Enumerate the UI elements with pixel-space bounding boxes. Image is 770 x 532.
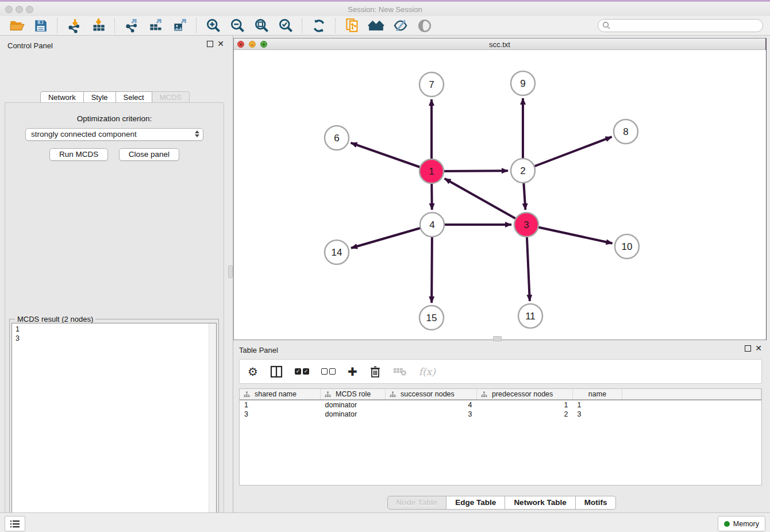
run-mcds-button[interactable]: Run MCDS xyxy=(49,148,108,161)
network-graph: 7968124314101511 xyxy=(234,50,766,340)
control-panel: Control Panel ✕ NetworkStyleSelectMCDS O… xyxy=(0,36,230,512)
svg-text:6: 6 xyxy=(334,133,339,144)
first-neighbors-icon xyxy=(368,18,385,33)
import-network-button[interactable] xyxy=(65,17,83,34)
graph-node-1[interactable]: 1 xyxy=(419,159,444,183)
clone-network-button[interactable] xyxy=(343,17,361,34)
svg-text:7: 7 xyxy=(429,79,434,90)
graph-node-4[interactable]: 4 xyxy=(420,213,444,237)
tab-motifs[interactable]: Motifs xyxy=(576,496,617,510)
tab-edge-table[interactable]: Edge Table xyxy=(446,496,505,510)
graph-edge-1-6[interactable] xyxy=(351,143,432,171)
import-network-icon xyxy=(67,18,82,33)
graphics-details-button[interactable] xyxy=(391,17,410,34)
split-columns-button[interactable] xyxy=(270,364,283,379)
delete-column-button[interactable] xyxy=(369,364,381,379)
add-column-button[interactable]: ✚ xyxy=(348,364,357,379)
zoom-in-button[interactable] xyxy=(204,17,222,34)
unchecked-box-icon xyxy=(329,368,336,375)
graph-node-7[interactable]: 7 xyxy=(419,72,444,97)
unchecked-box-icon xyxy=(321,368,328,375)
svg-text:1: 1 xyxy=(429,166,434,177)
graph-node-11[interactable]: 11 xyxy=(518,304,542,328)
graph-node-3[interactable]: 3 xyxy=(514,213,538,237)
table-panel-float-button[interactable] xyxy=(745,345,751,352)
table-tabs: Node TableEdge TableNetwork TableMotifs xyxy=(233,496,770,510)
optimization-criterion-label: Optimization criterion: xyxy=(5,114,224,123)
memory-button[interactable]: Memory xyxy=(718,516,765,531)
splitter-grip[interactable] xyxy=(228,265,233,278)
search-box[interactable] xyxy=(598,19,763,32)
main-toolbar xyxy=(0,16,770,36)
network-canvas[interactable]: 7968124314101511 xyxy=(234,50,766,340)
table-panel-close-button[interactable]: ✕ xyxy=(755,345,762,352)
export-image-button[interactable] xyxy=(171,17,189,34)
search-input[interactable] xyxy=(614,20,763,32)
result-scrollbar[interactable] xyxy=(209,323,216,531)
toolbar-separator xyxy=(302,18,303,33)
graph-node-8[interactable]: 8 xyxy=(614,119,638,144)
close-panel-button[interactable]: Close panel xyxy=(119,148,179,161)
graph-edge-3-1[interactable] xyxy=(445,179,526,225)
apply-layout-button[interactable] xyxy=(310,17,328,34)
birds-eye-icon xyxy=(417,18,432,33)
task-history-button[interactable] xyxy=(5,516,25,531)
table-header-row: shared name MCDS role successor nodes pr… xyxy=(240,389,761,400)
delete-table-button[interactable] xyxy=(393,364,407,379)
column-header-name[interactable]: name xyxy=(573,389,622,400)
network-view-window: ✕ – + scc.txt 7968124314101511 xyxy=(233,38,767,340)
toolbar-separator xyxy=(57,18,58,33)
first-neighbors-button[interactable] xyxy=(367,17,386,34)
list-icon xyxy=(10,519,20,529)
control-panel-float-button[interactable] xyxy=(207,41,213,47)
table-row[interactable]: 1dominator411 xyxy=(240,400,761,410)
vertical-splitter[interactable] xyxy=(228,36,233,512)
status-bar: Memory xyxy=(0,512,770,532)
column-header-filler xyxy=(622,389,761,400)
birds-eye-view-button[interactable] xyxy=(415,17,434,34)
table-row[interactable]: 3dominator323 xyxy=(240,410,761,419)
save-icon xyxy=(33,18,48,33)
function-builder-button[interactable]: f(x) xyxy=(419,364,436,379)
graph-edge-3-10[interactable] xyxy=(526,225,613,243)
deselect-all-columns-button[interactable] xyxy=(321,364,336,379)
graph-edge-2-8[interactable] xyxy=(523,137,612,171)
zoom-fit-button[interactable] xyxy=(252,17,271,34)
control-panel-close-button[interactable]: ✕ xyxy=(217,41,224,47)
column-header-successor-nodes[interactable]: successor nodes xyxy=(386,389,477,400)
export-network-icon xyxy=(124,18,140,33)
open-session-button[interactable] xyxy=(7,17,26,34)
svg-text:3: 3 xyxy=(523,219,529,230)
tab-node-table[interactable]: Node Table xyxy=(387,496,447,510)
export-network-button[interactable] xyxy=(122,17,141,34)
select-all-columns-button[interactable]: ✓✓ xyxy=(295,364,309,379)
split-columns-icon xyxy=(270,365,283,378)
checked-box-icon: ✓ xyxy=(303,368,309,375)
save-session-button[interactable] xyxy=(32,17,50,34)
table-toolbar: ⚙ ✓✓ ✚ f(x) xyxy=(239,359,762,384)
mcds-result-text[interactable]: 1 3 xyxy=(11,323,217,532)
graph-node-6[interactable]: 6 xyxy=(325,126,349,150)
column-header-mcds-role[interactable]: MCDS role xyxy=(321,389,386,400)
graph-node-15[interactable]: 15 xyxy=(419,306,444,330)
column-header-predecessor-nodes[interactable]: predecessor nodes xyxy=(477,389,573,400)
column-header-shared-name[interactable]: shared name xyxy=(240,389,321,400)
table-settings-button[interactable]: ⚙ xyxy=(248,364,258,379)
zoom-selected-button[interactable] xyxy=(276,17,295,34)
svg-text:8: 8 xyxy=(623,126,628,137)
toolbar-separator xyxy=(196,18,197,33)
zoom-out-button[interactable] xyxy=(228,17,247,34)
export-table-button[interactable] xyxy=(147,17,165,34)
graphics-details-icon xyxy=(392,18,409,33)
graph-node-10[interactable]: 10 xyxy=(615,234,639,259)
criterion-select[interactable]: strongly connected component xyxy=(25,128,203,141)
delete-table-icon xyxy=(393,367,407,377)
graph-node-9[interactable]: 9 xyxy=(511,71,535,95)
table-panel: Table Panel ✕ ⚙ ✓✓ ✚ f(x) shared name MC… xyxy=(233,342,770,512)
import-table-button[interactable] xyxy=(89,17,107,34)
graph-node-2[interactable]: 2 xyxy=(511,159,535,183)
graph-node-14[interactable]: 14 xyxy=(325,240,349,264)
horizontal-splitter-grip[interactable] xyxy=(493,336,502,341)
tab-network-table[interactable]: Network Table xyxy=(505,496,575,510)
network-window-titlebar[interactable]: ✕ – + scc.txt xyxy=(234,38,765,50)
